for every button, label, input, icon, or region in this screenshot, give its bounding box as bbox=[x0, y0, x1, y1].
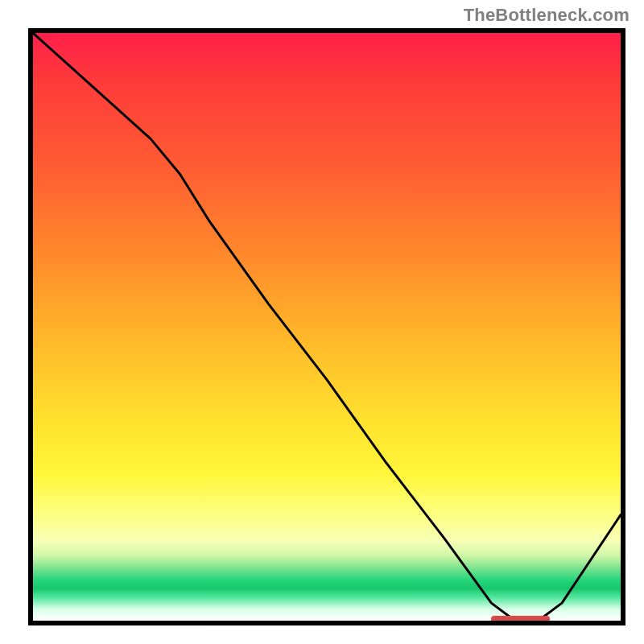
chart-container: TheBottleneck.com bbox=[0, 0, 644, 644]
watermark-label: TheBottleneck.com bbox=[464, 5, 630, 26]
bottleneck-curve bbox=[33, 33, 621, 621]
plot-frame bbox=[28, 28, 625, 625]
optimal-range-marker bbox=[491, 616, 550, 622]
